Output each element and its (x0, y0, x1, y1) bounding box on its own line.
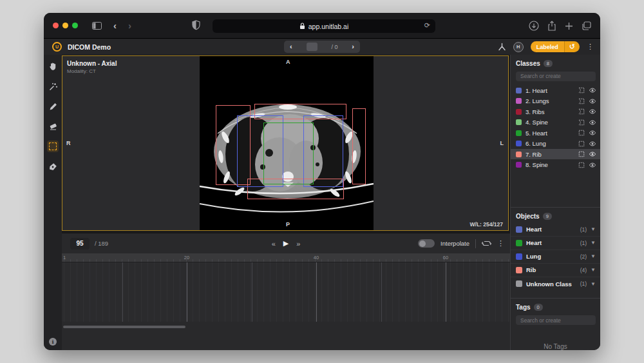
object-group-row[interactable]: Heart (1) ▼ (511, 223, 600, 237)
class-row[interactable]: 6. Lung (511, 138, 600, 149)
page-number-input[interactable] (307, 43, 317, 51)
object-group-row[interactable]: Rib (4) ▼ (511, 264, 600, 277)
object-group-row[interactable]: Lung (2) ▼ (511, 250, 600, 264)
loop-icon[interactable] (482, 239, 491, 248)
class-label: 7. Rib (526, 151, 574, 158)
polygon-type-icon[interactable] (578, 108, 585, 115)
history-icon[interactable]: ↺ (564, 41, 580, 52)
zoom-window-button[interactable] (72, 23, 78, 28)
gridline (252, 262, 252, 322)
window-level-readout: W/L: 254/127 (470, 221, 504, 228)
chevron-down-icon[interactable]: ▼ (591, 253, 596, 259)
objects-count-badge: 9 (543, 213, 552, 220)
privacy-shield-icon[interactable] (192, 20, 200, 30)
classes-search-input[interactable] (516, 72, 596, 81)
forward-button[interactable]: › (128, 21, 131, 30)
brush-tool[interactable] (47, 101, 59, 112)
class-row[interactable]: 5. Heart (511, 128, 600, 139)
object-color-swatch (516, 267, 522, 273)
sidebar-toggle-icon[interactable] (92, 22, 102, 30)
next-page-button[interactable]: › (352, 43, 354, 50)
polygon-type-icon[interactable] (578, 98, 585, 104)
polygon-type-icon[interactable] (578, 119, 585, 126)
class-color-swatch (516, 141, 522, 146)
object-label: Rib (526, 266, 576, 273)
object-label: Unknown Class (526, 280, 576, 288)
labeled-status-button[interactable]: Labeled ↺ (531, 41, 580, 52)
skip-forward-button[interactable]: » (296, 240, 300, 248)
classes-list: 1. Heart 2. Lungs 3. Ribs (511, 85, 600, 207)
prev-page-button[interactable]: ‹ (290, 43, 292, 50)
chevron-down-icon[interactable]: ▼ (591, 226, 596, 232)
eraser-tool[interactable] (47, 121, 59, 132)
tick-label: 20 (184, 255, 189, 260)
visibility-eye-icon[interactable] (589, 130, 596, 135)
visibility-eye-icon[interactable] (589, 152, 596, 157)
bbox-type-icon[interactable] (578, 141, 585, 147)
play-button[interactable]: ▶ (283, 239, 289, 248)
timeline-grid[interactable] (62, 262, 510, 322)
dicom-canvas[interactable]: Unknown - Axial Modality: CT (62, 55, 509, 231)
playbar-menu-icon[interactable]: ⋮ (497, 239, 504, 248)
app-header: U DICOM Demo ‹ / 0 › H Labeled ↺ ⋮ (44, 39, 600, 55)
tick-label: 40 (314, 255, 319, 260)
class-row[interactable]: 2. Lungs (511, 95, 600, 106)
interpolate-toggle[interactable] (418, 239, 435, 248)
class-row[interactable]: 3. Ribs (511, 106, 600, 117)
visibility-eye-icon[interactable] (589, 99, 596, 104)
object-group-row[interactable]: Heart (1) ▼ (511, 237, 600, 250)
timeline-ruler[interactable]: 1 20 40 60 (62, 253, 510, 262)
visibility-eye-icon[interactable] (589, 162, 596, 168)
user-avatar[interactable]: H (513, 42, 524, 52)
current-frame-input[interactable] (70, 238, 90, 250)
polygon-type-icon[interactable] (578, 87, 585, 93)
share-icon[interactable] (547, 21, 556, 31)
bounding-box-tool[interactable] (47, 141, 59, 152)
gridline (316, 262, 317, 322)
url-bar[interactable]: app.unitlab.ai ⟳ (213, 19, 435, 33)
back-button[interactable]: ‹ (113, 21, 117, 30)
tab-overview-icon[interactable] (582, 21, 591, 30)
object-count: (1) (580, 240, 587, 246)
new-tab-icon[interactable] (565, 22, 573, 30)
close-window-button[interactable] (53, 23, 59, 28)
tags-search-input[interactable] (516, 315, 596, 325)
chevron-down-icon[interactable]: ▼ (591, 240, 596, 246)
minimize-window-button[interactable] (62, 23, 68, 28)
timeline-scrollbar[interactable] (63, 326, 185, 328)
class-row[interactable]: 4. Spine (511, 117, 600, 128)
header-menu-icon[interactable]: ⋮ (587, 43, 594, 51)
object-group-row[interactable]: Unknown Class (1) ▼ (511, 277, 600, 291)
downloads-icon[interactable] (529, 21, 539, 31)
objects-title: Objects (516, 213, 540, 220)
class-color-swatch (516, 98, 522, 104)
chevron-down-icon[interactable]: ▼ (591, 267, 596, 273)
object-count: (1) (580, 226, 587, 233)
visibility-eye-icon[interactable] (589, 141, 596, 146)
info-icon[interactable]: i (49, 338, 57, 346)
timeline[interactable]: 1 20 40 60 (62, 253, 510, 350)
workflow-icon[interactable] (498, 43, 506, 51)
chevron-down-icon[interactable]: ▼ (591, 281, 596, 287)
class-row[interactable]: 1. Heart (511, 85, 600, 96)
reload-icon[interactable]: ⟳ (424, 21, 430, 30)
polygon-pen-tool[interactable] (47, 161, 59, 172)
class-row-selected[interactable]: 7. Rib (511, 149, 600, 160)
object-label: Heart (526, 226, 576, 233)
visibility-eye-icon[interactable] (589, 120, 596, 125)
class-label: 2. Lungs (526, 97, 574, 104)
unitlab-logo[interactable]: U (52, 42, 62, 52)
annotation-box[interactable] (352, 108, 366, 184)
pan-hand-tool[interactable] (47, 61, 59, 72)
labeled-label[interactable]: Labeled (531, 41, 564, 52)
magic-wand-tool[interactable] (47, 81, 59, 92)
visibility-eye-icon[interactable] (589, 109, 596, 114)
bbox-type-icon[interactable] (578, 151, 585, 157)
class-row[interactable]: 8. Spine (511, 159, 600, 170)
visibility-eye-icon[interactable] (589, 88, 596, 93)
bbox-type-icon[interactable] (578, 130, 585, 136)
bbox-type-icon[interactable] (578, 162, 585, 168)
skip-back-button[interactable]: « (272, 240, 276, 248)
annotation-box[interactable] (263, 123, 314, 184)
tags-count-badge: 0 (534, 304, 543, 311)
